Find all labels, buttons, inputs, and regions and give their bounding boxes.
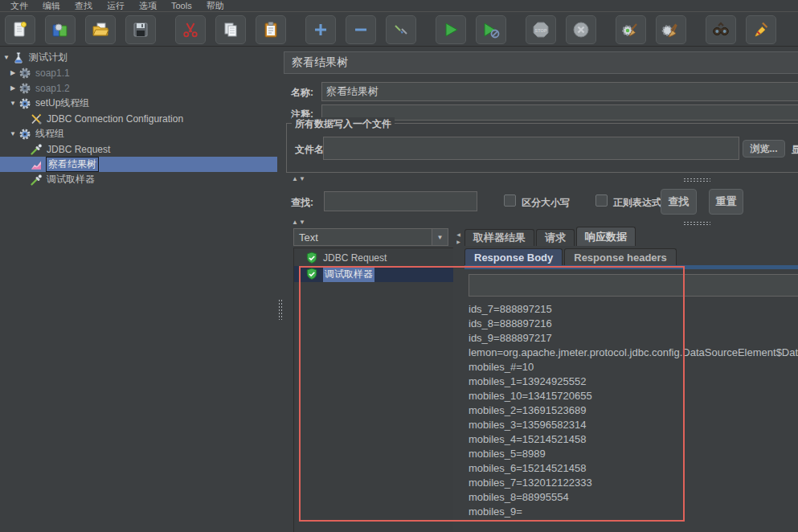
menu-item-6[interactable]: 帮助 bbox=[199, 0, 231, 12]
toolbar-expand-all-button[interactable] bbox=[305, 15, 336, 44]
gear-icon bbox=[18, 97, 31, 110]
toolbar-collapse-all-button[interactable] bbox=[346, 15, 376, 44]
toolbar-toggle-button[interactable] bbox=[386, 15, 416, 44]
tree-item-label: 调试取样器 bbox=[47, 173, 95, 186]
toolbar-start-button[interactable] bbox=[436, 15, 466, 44]
reset-button[interactable]: 重置 bbox=[709, 189, 743, 215]
case-sensitive-checkbox[interactable] bbox=[504, 194, 516, 207]
search-input[interactable] bbox=[324, 191, 477, 211]
splitter-grip-icon[interactable] bbox=[683, 221, 710, 225]
toolbar-search-button[interactable] bbox=[706, 15, 736, 44]
tree-item-view-results-tree[interactable]: 察看结果树 bbox=[0, 157, 277, 172]
expander-open-icon[interactable]: ▼ bbox=[2, 54, 11, 61]
tree-item-soap1-2[interactable]: ▶soap1.2 bbox=[0, 80, 277, 96]
tree-item-jdbc-connection-configuration[interactable]: JDBC Connection Configuration bbox=[0, 111, 277, 126]
tab-sampler-result[interactable]: 取样器结果 bbox=[464, 229, 534, 246]
result-tabs: 取样器结果请求响应数据 bbox=[464, 227, 798, 246]
tree-item-label: JDBC Connection Configuration bbox=[47, 113, 183, 125]
tree-item-label: JDBC Request bbox=[47, 144, 110, 155]
main-splitter[interactable] bbox=[277, 47, 284, 532]
tree-item-setup-thread-group[interactable]: ▼setUp线程组 bbox=[0, 96, 277, 111]
splitter-search-results[interactable]: ▲▼ bbox=[284, 219, 798, 226]
filename-label: 文件名 bbox=[295, 143, 324, 157]
tree-item-soap1-1[interactable]: ▶soap1.1 bbox=[0, 65, 277, 80]
name-input[interactable] bbox=[321, 82, 798, 101]
toolbar-clear-all-button[interactable] bbox=[656, 15, 686, 44]
result-jdbc-request[interactable]: JDBC Request bbox=[294, 250, 453, 266]
wrench-icon bbox=[30, 113, 43, 125]
expand-right-icon[interactable]: ▶ bbox=[456, 239, 460, 244]
toolbar-clear-one-button[interactable] bbox=[616, 15, 646, 44]
expander-open-icon[interactable]: ▼ bbox=[8, 100, 18, 107]
toolbar-templates-button[interactable] bbox=[45, 15, 76, 44]
subtab-response-body[interactable]: Response Body bbox=[464, 248, 563, 265]
response-search-input[interactable] bbox=[469, 274, 798, 297]
toolbar-copy-button[interactable] bbox=[215, 15, 246, 44]
inner-splitter[interactable]: ◀ ▶ bbox=[455, 231, 462, 252]
menu-item-5[interactable]: Tools bbox=[164, 1, 199, 10]
chevron-down-icon[interactable]: ▼ bbox=[432, 229, 448, 245]
view-mode-combobox[interactable]: Text ▼ bbox=[293, 228, 448, 246]
toolbar-clear-search-button[interactable] bbox=[746, 15, 776, 44]
menu-bar: 文件编辑查找运行选项Tools帮助 bbox=[0, 0, 798, 12]
menu-item-1[interactable]: 编辑 bbox=[35, 0, 68, 12]
toolbar-paste-button[interactable] bbox=[256, 15, 286, 44]
copy-icon bbox=[221, 20, 240, 39]
toolbar-save-button[interactable] bbox=[125, 15, 156, 44]
new-file-icon bbox=[10, 20, 30, 39]
shield-check-icon bbox=[305, 252, 318, 264]
result-debug-sampler[interactable]: 调试取样器 bbox=[294, 266, 453, 282]
menu-item-0[interactable]: 文件 bbox=[3, 0, 35, 12]
tree-item-label: setUp线程组 bbox=[35, 96, 89, 110]
view-mode-value: Text bbox=[294, 231, 432, 243]
expander-closed-icon[interactable]: ▶ bbox=[8, 84, 18, 92]
tree-item-thread-group[interactable]: ▼线程组 bbox=[0, 126, 277, 141]
response-line: mobiles_1=13924925552 bbox=[469, 374, 798, 389]
response-line: ids_9=888897217 bbox=[469, 331, 798, 346]
find-button[interactable]: 查找 bbox=[661, 189, 697, 215]
splitter-grip-icon[interactable] bbox=[683, 178, 710, 182]
toolbar-shutdown-button[interactable] bbox=[566, 15, 596, 44]
templates-icon bbox=[51, 20, 70, 39]
response-body-text[interactable]: ids_7=888897215ids_8=888897216ids_9=8888… bbox=[469, 302, 798, 532]
regex-checkbox[interactable] bbox=[595, 194, 608, 207]
result-item-label: JDBC Request bbox=[323, 252, 387, 264]
toolbar-stop-button[interactable]: STOP bbox=[526, 15, 556, 44]
save-icon bbox=[131, 20, 150, 39]
tab-request[interactable]: 请求 bbox=[536, 229, 575, 246]
toolbar-open-file-button[interactable] bbox=[85, 15, 116, 44]
tab-response-data[interactable]: 响应数据 bbox=[576, 227, 636, 246]
toolbar-cut-button[interactable] bbox=[175, 15, 206, 44]
shutdown-icon bbox=[571, 20, 591, 39]
paste-icon bbox=[261, 20, 280, 39]
response-line: mobiles_8=88995554 bbox=[469, 490, 798, 505]
tree-item-test-plan[interactable]: ▼测试计划 bbox=[0, 50, 277, 65]
browse-button[interactable]: 浏览... bbox=[743, 140, 785, 158]
collapse-expand-arrows-icon[interactable]: ▲▼ bbox=[292, 219, 306, 226]
collapse-expand-arrows-icon[interactable]: ▲▼ bbox=[292, 175, 306, 182]
start-icon bbox=[441, 20, 460, 39]
tree-item-debug-sampler[interactable]: 调试取样器 bbox=[0, 172, 277, 187]
collapse-left-icon[interactable]: ◀ bbox=[456, 231, 460, 237]
expander-closed-icon[interactable]: ▶ bbox=[8, 69, 18, 76]
toolbar-new-file-button[interactable] bbox=[5, 15, 35, 44]
filename-input[interactable] bbox=[323, 137, 739, 160]
response-line: mobiles_10=13415720655 bbox=[469, 389, 798, 403]
tab-highlight-band bbox=[464, 265, 798, 269]
menu-item-3[interactable]: 运行 bbox=[100, 0, 132, 12]
gear-disabled-icon bbox=[18, 67, 31, 80]
pipette-icon bbox=[30, 174, 43, 186]
svg-text:STOP: STOP bbox=[535, 27, 547, 32]
clear-one-icon bbox=[621, 20, 640, 39]
expander-open-icon[interactable]: ▼ bbox=[8, 130, 18, 137]
gear-disabled-icon bbox=[18, 82, 31, 95]
toolbar-start-no-pauses-button[interactable] bbox=[476, 15, 506, 44]
tree-item-jdbc-request[interactable]: JDBC Request bbox=[0, 141, 277, 157]
cut-icon bbox=[181, 20, 200, 39]
subtab-response-headers[interactable]: Response headers bbox=[564, 248, 677, 265]
menu-item-2[interactable]: 查找 bbox=[68, 0, 100, 12]
collapse-all-icon bbox=[351, 20, 370, 39]
menu-item-4[interactable]: 选项 bbox=[132, 0, 164, 12]
splitter-grip-icon[interactable] bbox=[278, 299, 283, 320]
splitter-file-search[interactable]: ▲▼ bbox=[284, 175, 798, 182]
